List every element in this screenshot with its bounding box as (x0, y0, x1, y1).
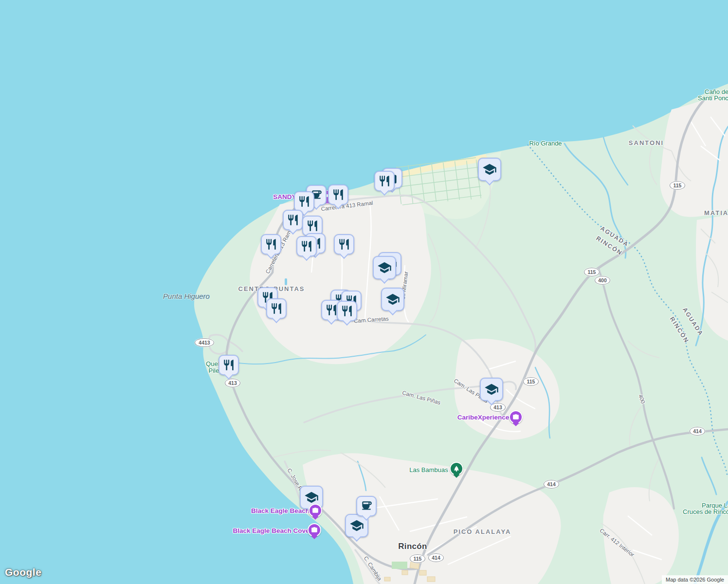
restaurant-icon (338, 238, 350, 251)
poi-photo-marker[interactable] (308, 523, 321, 537)
camera-icon (312, 507, 319, 514)
map-canvas[interactable]: SANDYCarretera 413 RamalCarretera 413 Ra… (0, 0, 728, 584)
restaurant-icon (298, 195, 310, 208)
map-attribution[interactable]: Map data ©2026 Google (662, 575, 728, 584)
markers-layer (0, 0, 728, 584)
marker-restaurant[interactable] (266, 298, 287, 319)
restaurant-icon (270, 302, 283, 315)
school-icon (385, 292, 400, 307)
school-icon (377, 260, 392, 275)
school-icon (349, 518, 364, 533)
marker-restaurant[interactable] (337, 301, 357, 321)
marker-school[interactable] (478, 158, 501, 181)
google-logo[interactable]: Google (5, 566, 41, 578)
restaurant-icon (265, 238, 277, 251)
marker-restaurant[interactable] (294, 191, 314, 212)
marker-restaurant[interactable] (296, 236, 317, 256)
restaurant-icon (300, 240, 313, 253)
school-icon (304, 490, 319, 505)
poi-photo-marker[interactable] (309, 504, 322, 517)
marker-restaurant[interactable] (374, 171, 395, 191)
school-icon (482, 162, 497, 177)
restaurant-icon (287, 214, 299, 226)
marker-restaurant[interactable] (283, 210, 303, 230)
poi-park-marker[interactable] (450, 462, 463, 475)
marker-school[interactable] (381, 288, 404, 311)
restaurant-icon (378, 175, 391, 187)
marker-restaurant[interactable] (328, 184, 348, 205)
marker-school[interactable] (480, 378, 503, 401)
marker-school[interactable] (373, 256, 396, 279)
poi-photo-marker[interactable] (509, 410, 523, 424)
restaurant-icon (341, 305, 353, 317)
cafe-icon (360, 500, 373, 512)
restaurant-icon (222, 359, 235, 371)
school-icon (484, 382, 499, 397)
marker-restaurant[interactable] (261, 234, 281, 255)
restaurant-icon (332, 188, 345, 201)
tree-icon (453, 465, 460, 472)
restaurant-icon (325, 304, 338, 316)
marker-cafe[interactable] (356, 496, 377, 516)
marker-restaurant[interactable] (218, 355, 239, 375)
camera-icon (311, 527, 318, 533)
restaurant-icon (306, 219, 319, 232)
marker-restaurant[interactable] (334, 234, 354, 255)
camera-icon (512, 414, 519, 420)
